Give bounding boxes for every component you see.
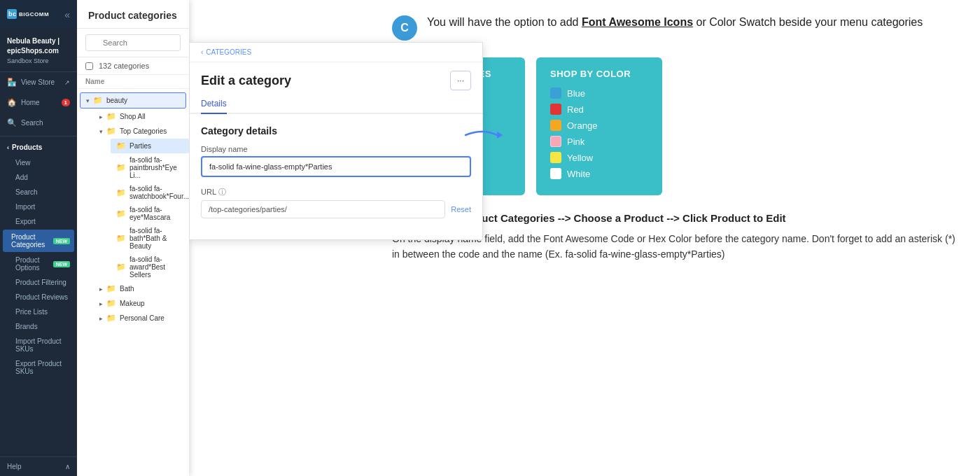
help-chevron-icon: ∧ — [65, 463, 70, 470]
count-label: 132 categories — [99, 62, 149, 70]
color-item-blue: Blue — [550, 88, 648, 99]
cat-item-eye-liner[interactable]: 📁 fa-solid fa-paintbrush*Eye Li... — [111, 153, 189, 182]
expand-icon-personal-care: ▸ — [99, 315, 103, 322]
cat-item-bath-beauty[interactable]: 📁 fa-solid fa-bath*Bath & Beauty — [111, 224, 189, 253]
product-options-badge: NEW — [53, 261, 70, 267]
sidebar-item-export-skus[interactable]: Export Product SKUs — [0, 356, 77, 379]
expand-icon-top-cat: ▾ — [99, 128, 103, 135]
logo-text: bc BIGCOMMERCE — [7, 8, 49, 21]
cat-label-bath: Bath — [120, 285, 134, 293]
edit-cat-menu-button[interactable]: ··· — [450, 71, 471, 90]
cat-label-eye-liner: fa-solid fa-paintbrush*Eye Li... — [130, 156, 181, 179]
sidebar-item-reviews[interactable]: Product Reviews — [0, 290, 77, 304]
sidebar-item-filtering[interactable]: Product Filtering — [0, 275, 77, 290]
shop-by-color-title: SHOP BY COLOR — [550, 69, 648, 79]
pink-swatch — [550, 136, 561, 147]
folder-icon-shop-all: 📁 — [106, 112, 116, 121]
step-circle: C — [392, 15, 417, 41]
white-swatch — [550, 168, 561, 179]
red-swatch — [550, 104, 561, 115]
cat-label-parties: Parties — [130, 142, 151, 150]
expand-icon: ▾ — [86, 97, 90, 104]
cat-item-best-sellers[interactable]: 📁 fa-solid fa-award*Best Sellers — [111, 253, 189, 281]
cat-sub-beauty: ▸ 📁 Shop All ▾ 📁 Top Categories 📁 Partie… — [77, 109, 189, 326]
url-field: URL ⓘ Reset — [201, 187, 471, 218]
select-all-checkbox[interactable] — [85, 62, 93, 70]
svg-text:BIGCOMMERCE: BIGCOMMERCE — [19, 11, 49, 18]
product-categories-badge: NEW — [53, 238, 70, 244]
sidebar-item-product-categories[interactable]: Product Categories NEW — [3, 230, 74, 252]
expand-icon-makeup: ▸ — [99, 300, 103, 307]
color-item-pink: Pink — [550, 136, 648, 147]
sidebar-item-view[interactable]: View — [0, 155, 77, 170]
cat-label-bath-beauty: fa-solid fa-bath*Bath & Beauty — [130, 227, 181, 250]
sidebar-item-product-options[interactable]: Product Options NEW — [0, 253, 77, 275]
category-tree: ▾ 📁 beauty ▸ 📁 Shop All ▾ 📁 Top Ca — [77, 89, 189, 328]
products-section[interactable]: ‹ Products — [0, 139, 77, 155]
reset-button[interactable]: Reset — [451, 205, 471, 214]
tab-details[interactable]: Details — [201, 94, 227, 114]
sidebar-item-view-store[interactable]: 🏪 View Store ↗ — [0, 72, 77, 92]
cat-label-makeup: Makeup — [120, 300, 145, 307]
cat-label-shop-all: Shop All — [120, 113, 146, 120]
svg-text:bc: bc — [8, 10, 17, 18]
sidebar-logo: bc BIGCOMMERCE « — [0, 0, 77, 29]
orange-swatch — [550, 120, 561, 131]
home-label: Home — [21, 99, 40, 106]
url-label-row: URL ⓘ — [201, 187, 471, 197]
display-name-input[interactable] — [201, 156, 471, 177]
sidebar-item-import[interactable]: Import — [0, 200, 77, 214]
cat-item-mascara[interactable]: 📁 fa-solid fa-eye*Mascara — [111, 203, 189, 224]
color-item-yellow: Yellow — [550, 152, 648, 163]
instruction-after-bold: or Color Swatch beside your menu categor… — [693, 16, 923, 28]
sidebar-item-search[interactable]: 🔍 Search — [0, 113, 77, 133]
cat-label-top-categories: Top Categories — [120, 127, 167, 135]
url-input-row: Reset — [201, 200, 471, 218]
sidebar-item-import-skus[interactable]: Import Product SKUs — [0, 334, 77, 356]
folder-icon-eye-liner: 📁 — [116, 163, 126, 172]
cat-item-makeup[interactable]: ▸ 📁 Makeup — [94, 296, 189, 311]
collapse-icon[interactable]: « — [64, 9, 70, 20]
cat-item-foundation[interactable]: 📁 fa-solid fa-swatchbook*Four... — [111, 182, 189, 203]
edit-cat-title: Edit a category — [201, 74, 291, 88]
search-input[interactable] — [85, 34, 181, 51]
blue-swatch — [550, 88, 561, 99]
store-icon: 🏪 — [7, 78, 17, 87]
cat-item-personal-care[interactable]: ▸ 📁 Personal Care — [94, 311, 189, 326]
store-sub: Sandbox Store — [7, 57, 70, 64]
cat-item-bath[interactable]: ▸ 📁 Bath — [94, 281, 189, 296]
help-label: Help — [7, 463, 22, 470]
orange-label: Orange — [567, 120, 597, 131]
categories-search: 🔍 — [77, 29, 189, 57]
sidebar-item-add[interactable]: Add — [0, 170, 77, 185]
folder-icon-best-sellers: 📁 — [116, 262, 126, 272]
expand-icon-shop-all: ▸ — [99, 113, 103, 120]
cat-item-shop-all[interactable]: ▸ 📁 Shop All — [94, 109, 189, 124]
expand-icon-bath: ▸ — [99, 286, 103, 293]
admin-panel: bc BIGCOMMERCE « Nebula Beauty | epicSho… — [0, 0, 189, 476]
edit-cat-body: Category details Display name URL ⓘ Rese… — [190, 114, 482, 239]
breadcrumb-text[interactable]: CATEGORIES — [206, 48, 251, 56]
sidebar-item-price-lists[interactable]: Price Lists — [0, 304, 77, 319]
cat-item-top-categories[interactable]: ▾ 📁 Top Categories — [94, 124, 189, 139]
sidebar-item-search-products[interactable]: Search — [0, 185, 77, 200]
cat-item-parties[interactable]: 📁 Parties — [111, 139, 189, 153]
edit-cat-tabs: Details — [190, 94, 482, 114]
sidebar-item-home[interactable]: 🏠 Home 1 — [0, 92, 77, 113]
color-item-orange: Orange — [550, 120, 648, 131]
instruction-header-text: You will have the option to add Font Awe… — [427, 14, 923, 31]
help-section[interactable]: Help ∧ — [0, 456, 77, 476]
pink-label: Pink — [567, 136, 584, 147]
sidebar-item-brands[interactable]: Brands — [0, 319, 77, 334]
categories-header: Product categories — [77, 0, 189, 29]
url-input[interactable] — [201, 200, 445, 218]
main-content: ‹ CATEGORIES Edit a category ··· Details… — [189, 0, 980, 476]
blue-label: Blue — [567, 88, 585, 99]
cat-label-best-sellers: fa-solid fa-award*Best Sellers — [130, 255, 181, 279]
folder-icon-makeup: 📁 — [106, 299, 116, 308]
breadcrumb-back-icon: ‹ — [201, 48, 203, 56]
yellow-label: Yellow — [567, 153, 593, 163]
chevron-left-icon: ‹ — [7, 144, 9, 151]
sidebar-item-export[interactable]: Export — [0, 214, 77, 229]
cat-item-beauty[interactable]: ▾ 📁 beauty — [80, 92, 186, 108]
